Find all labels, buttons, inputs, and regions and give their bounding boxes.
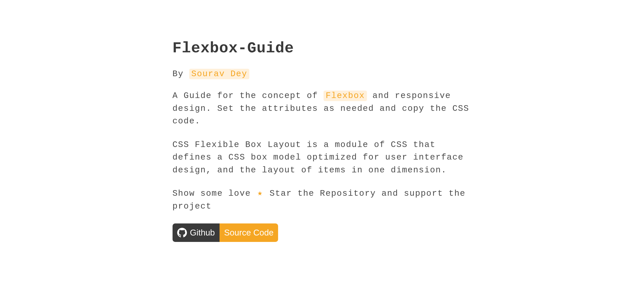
github-button-left: Github — [173, 223, 220, 242]
author-link[interactable]: Sourav Dey — [189, 69, 249, 79]
byline-prefix: By — [173, 69, 189, 79]
github-icon — [177, 228, 187, 238]
support-prefix: Show some love — [173, 189, 257, 198]
byline: By Sourav Dey — [173, 69, 472, 79]
github-button-left-label: Github — [190, 228, 215, 238]
page-title: Flexbox-Guide — [173, 40, 472, 57]
github-source-button[interactable]: Github Source Code — [173, 223, 278, 242]
flexbox-link[interactable]: Flexbox — [324, 91, 367, 101]
main-content: Flexbox-Guide By Sourav Dey A Guide for … — [173, 40, 472, 304]
support-paragraph: Show some love ★ Star the Repository and… — [173, 187, 472, 213]
github-button-right-label: Source Code — [224, 228, 274, 238]
description-paragraph: CSS Flexible Box Layout is a module of C… — [173, 139, 472, 177]
github-button-right: Source Code — [220, 223, 278, 242]
star-icon: ★ — [258, 187, 263, 200]
para1-prefix: A Guide for the concept of — [173, 91, 324, 101]
intro-paragraph: A Guide for the concept of Flexbox and r… — [173, 90, 472, 128]
